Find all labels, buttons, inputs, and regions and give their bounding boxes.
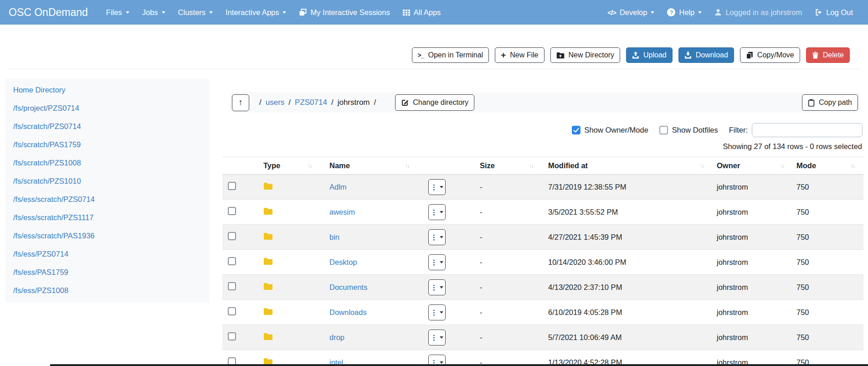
row-checkbox[interactable] bbox=[228, 182, 236, 190]
table-row[interactable]: intel ⋮ - 1/13/2020 4:52:28 PM johrstrom… bbox=[222, 350, 863, 366]
row-checkbox[interactable] bbox=[228, 282, 236, 290]
up-arrow-icon: ↑ bbox=[238, 98, 243, 108]
sidebar-item-fs-ess-scratch-pas1936[interactable]: /fs/ess/scratch/PAS1936 bbox=[5, 227, 209, 245]
sidebar-item-fs-scratch-pas1759[interactable]: /fs/scratch/PAS1759 bbox=[5, 136, 209, 154]
open-in-terminal-button[interactable]: >_ Open in Terminal bbox=[412, 47, 489, 63]
column-header-actions bbox=[428, 157, 472, 175]
table-row[interactable]: Adlm ⋮ - 7/31/2019 12:38:55 PM johrstrom… bbox=[222, 175, 863, 200]
sidebar-item-fs-scratch-pzs0714[interactable]: /fs/scratch/PZS0714 bbox=[5, 118, 209, 136]
brand-osc-ondemand[interactable]: OSC OnDemand bbox=[9, 6, 88, 19]
row-actions-menu-button[interactable]: ⋮ bbox=[428, 179, 446, 195]
column-header-modified-at[interactable]: Modified at↑↓ bbox=[544, 157, 713, 175]
nav-all-apps[interactable]: All Apps bbox=[396, 5, 447, 21]
show-owner-mode-checkbox[interactable] bbox=[572, 126, 580, 134]
file-modified: 4/27/2021 1:45:39 PM bbox=[544, 225, 713, 250]
show-owner-mode-toggle[interactable]: Show Owner/Mode bbox=[572, 126, 648, 134]
viewport-bottom-edge bbox=[50, 364, 868, 366]
table-row[interactable]: Desktop ⋮ - 10/14/2020 3:46:00 PM johrst… bbox=[222, 250, 863, 275]
file-name-link[interactable]: Adlm bbox=[329, 183, 347, 191]
file-name-link[interactable]: bin bbox=[329, 233, 339, 241]
breadcrumb: / users / PZS0714 / johrstrom / bbox=[259, 98, 376, 107]
row-checkbox[interactable] bbox=[228, 232, 236, 240]
go-up-directory-button[interactable]: ↑ bbox=[232, 94, 249, 111]
caret-down-icon bbox=[282, 11, 286, 15]
row-checkbox[interactable] bbox=[228, 332, 236, 340]
file-owner: johrstrom bbox=[713, 200, 793, 225]
row-actions-menu-button[interactable]: ⋮ bbox=[428, 330, 446, 345]
app-window: OSC OnDemand Files Jobs Clusters Interac… bbox=[0, 0, 868, 366]
sidebar-item-fs-scratch-pzs1008[interactable]: /fs/scratch/PZS1008 bbox=[5, 154, 209, 172]
kebab-icon: ⋮ bbox=[431, 309, 437, 316]
nav-log-out[interactable]: Log Out bbox=[808, 5, 859, 21]
column-header-size[interactable]: Size↑↓ bbox=[472, 157, 544, 175]
row-checkbox[interactable] bbox=[228, 257, 236, 265]
nav-menu-clusters[interactable]: Clusters bbox=[172, 5, 220, 21]
delete-button[interactable]: Delete bbox=[806, 47, 850, 63]
caret-down-icon bbox=[440, 186, 443, 190]
row-count-status: Showing 27 of 134 rows - 0 rows selected bbox=[723, 142, 862, 151]
change-directory-button[interactable]: Change directory bbox=[395, 94, 474, 111]
column-header-mode[interactable]: Mode↑↓ bbox=[793, 157, 863, 175]
file-mode: 750 bbox=[793, 325, 863, 350]
row-actions-menu-button[interactable]: ⋮ bbox=[428, 229, 446, 245]
sidebar-item-fs-project-pzs0714[interactable]: /fs/project/PZS0714 bbox=[5, 99, 209, 118]
nav-my-interactive-sessions[interactable]: My Interactive Sessions bbox=[293, 5, 396, 21]
table-controls: Show Owner/Mode Show Dotfiles Filter: bbox=[572, 123, 863, 137]
user-icon bbox=[714, 9, 722, 16]
table-row[interactable]: awesim ⋮ - 3/5/2021 3:55:52 PM johrstrom… bbox=[222, 200, 863, 225]
file-name-link[interactable]: Downloads bbox=[329, 308, 367, 316]
filter-input[interactable] bbox=[752, 123, 863, 137]
column-header-owner[interactable]: Owner↑↓ bbox=[713, 157, 793, 175]
row-actions-menu-button[interactable]: ⋮ bbox=[428, 304, 446, 320]
row-checkbox[interactable] bbox=[228, 207, 236, 215]
nav-menu-help[interactable]: ? Help bbox=[661, 5, 708, 21]
caret-down-icon bbox=[440, 311, 443, 315]
row-actions-menu-button[interactable]: ⋮ bbox=[428, 279, 446, 295]
table-row[interactable]: drop ⋮ - 5/7/2021 10:06:49 AM johrstrom … bbox=[222, 325, 863, 350]
caret-down-icon bbox=[440, 336, 443, 340]
sidebar-item-fs-scratch-pzs1010[interactable]: /fs/scratch/PZS1010 bbox=[5, 172, 209, 191]
nav-menu-jobs[interactable]: Jobs bbox=[136, 5, 172, 21]
copy-move-button[interactable]: Copy/Move bbox=[740, 47, 800, 63]
sidebar-item-home-directory[interactable]: Home Directory bbox=[5, 81, 209, 99]
file-modified: 1/13/2020 4:52:28 PM bbox=[544, 350, 713, 366]
table-row[interactable]: bin ⋮ - 4/27/2021 1:45:39 PM johrstrom 7… bbox=[222, 225, 863, 250]
show-dotfiles-checkbox[interactable] bbox=[659, 126, 668, 134]
download-button[interactable]: Download bbox=[678, 47, 734, 63]
file-modified: 3/5/2021 3:55:52 PM bbox=[544, 200, 713, 225]
sidebar-item-fs-ess-pas1759[interactable]: /fs/ess/PAS1759 bbox=[5, 263, 209, 282]
file-name-link[interactable]: awesim bbox=[329, 208, 355, 216]
row-actions-menu-button[interactable]: ⋮ bbox=[428, 204, 446, 220]
file-name-link[interactable]: Documents bbox=[329, 283, 367, 291]
column-header-name[interactable]: Name↑↓ bbox=[314, 157, 428, 175]
copy-path-button[interactable]: Copy path bbox=[802, 94, 858, 111]
nav-menu-interactive-apps[interactable]: Interactive Apps bbox=[219, 5, 293, 21]
upload-icon bbox=[632, 52, 639, 59]
file-name-link[interactable]: drop bbox=[329, 333, 344, 341]
sidebar-item-fs-ess-pzs0714[interactable]: /fs/ess/PZS0714 bbox=[5, 245, 209, 263]
breadcrumb-link-pzs0714[interactable]: PZS0714 bbox=[295, 98, 327, 107]
breadcrumb-link-users[interactable]: users bbox=[266, 98, 285, 107]
table-row[interactable]: Downloads ⋮ - 6/10/2019 4:05:28 PM johrs… bbox=[222, 300, 863, 325]
row-actions-menu-button[interactable]: ⋮ bbox=[428, 254, 446, 270]
file-mode: 750 bbox=[793, 175, 863, 200]
column-header-type[interactable]: Type↑↓ bbox=[246, 157, 314, 175]
new-file-button[interactable]: + New File bbox=[495, 47, 544, 63]
new-directory-button[interactable]: New Directory bbox=[550, 47, 620, 63]
row-checkbox[interactable] bbox=[228, 307, 236, 315]
logged-in-user: Logged in as johrstrom bbox=[708, 5, 808, 21]
file-size: - bbox=[472, 225, 544, 250]
file-size: - bbox=[472, 325, 544, 350]
upload-button[interactable]: Upload bbox=[626, 47, 673, 63]
sidebar-item-fs-ess-scratch-pzs0714[interactable]: /fs/ess/scratch/PZS0714 bbox=[5, 191, 209, 209]
show-dotfiles-toggle[interactable]: Show Dotfiles bbox=[659, 126, 718, 134]
file-size: - bbox=[472, 275, 544, 300]
file-name-link[interactable]: Desktop bbox=[329, 258, 357, 266]
nav-menu-develop[interactable]: </> Develop bbox=[601, 5, 661, 21]
sidebar-item-fs-ess-scratch-pzs1117[interactable]: /fs/ess/scratch/PZS1117 bbox=[5, 209, 209, 227]
terminal-icon: >_ bbox=[418, 52, 424, 59]
sidebar-item-fs-ess-pzs1008[interactable]: /fs/ess/PZS1008 bbox=[5, 282, 209, 300]
table-row[interactable]: Documents ⋮ - 4/13/2020 2:37:10 PM johrs… bbox=[222, 275, 863, 300]
kebab-icon: ⋮ bbox=[431, 209, 437, 216]
nav-menu-files[interactable]: Files bbox=[100, 5, 136, 21]
